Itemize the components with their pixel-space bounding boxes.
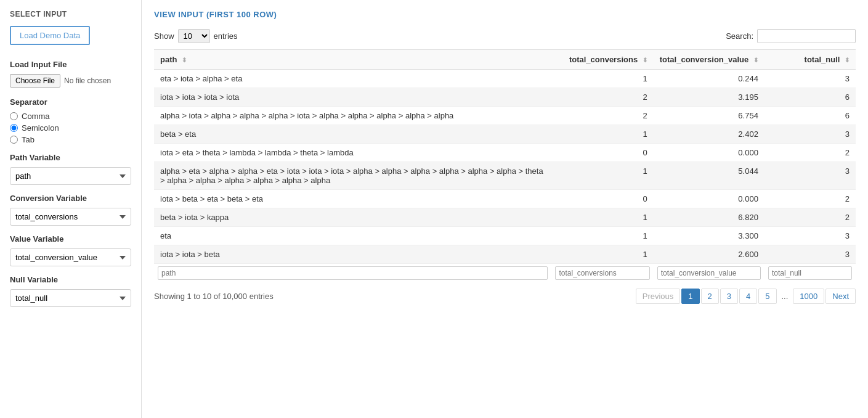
sort-icon-conversion-value: ⬍ [753, 57, 758, 64]
conversion-variable-select[interactable]: total_conversions [10, 208, 131, 226]
cell-path: eta [154, 227, 551, 245]
table-row: iota > iota > beta12.6003 [154, 245, 856, 264]
table-row: iota > beta > eta > beta > eta00.0002 [154, 190, 856, 208]
value-variable-select[interactable]: total_conversion_value [10, 248, 131, 266]
page-3-button[interactable]: 3 [720, 289, 738, 304]
load-demo-button[interactable]: Load Demo Data [10, 26, 90, 45]
cell-null: 3 [765, 125, 856, 144]
path-variable-select[interactable]: path [10, 167, 131, 185]
show-entries-row: Show 10 25 50 100 entries [154, 29, 238, 43]
path-variable-section: Path Variable path [10, 153, 131, 185]
page-1-button[interactable]: 1 [681, 289, 699, 304]
null-variable-section: Null Variable total_null [10, 275, 131, 307]
cell-path: beta > eta [154, 125, 551, 144]
sort-icon-conversions: ⬍ [643, 57, 647, 64]
page-ellipsis: ... [778, 289, 792, 303]
page-5-button[interactable]: 5 [758, 289, 776, 304]
page-1000-button[interactable]: 1000 [793, 289, 824, 304]
page-2-button[interactable]: 2 [701, 289, 719, 304]
col-total-null[interactable]: total_null ⬍ [765, 50, 856, 70]
separator-semicolon-row: Semicolon [10, 123, 131, 133]
filter-row [154, 264, 856, 283]
separator-tab-radio[interactable] [10, 136, 18, 144]
sort-icon-null: ⬍ [845, 57, 850, 64]
separator-tab-label: Tab [22, 135, 34, 144]
show-label: Show [154, 31, 174, 41]
cell-conversions: 2 [551, 88, 653, 107]
cell-null: 2 [765, 144, 856, 162]
entries-select[interactable]: 10 25 50 100 [178, 29, 210, 43]
cell-path: iota > iota > iota > iota [154, 88, 551, 107]
table-body: eta > iota > alpha > eta10.2443iota > io… [154, 70, 856, 264]
conversion-variable-section: Conversion Variable total_conversions [10, 194, 131, 226]
cell-conversions: 1 [551, 245, 653, 264]
table-row: iota > iota > iota > iota23.1956 [154, 88, 856, 107]
separator-comma-radio[interactable] [10, 112, 18, 120]
main-content: VIEW INPUT (FIRST 100 ROW) Show 10 25 50… [142, 0, 868, 418]
cell-conversion-value: 0.000 [654, 144, 765, 162]
cell-conversion-value: 0.244 [654, 70, 765, 88]
filter-conversions-input[interactable] [555, 266, 649, 280]
cell-null: 3 [765, 162, 856, 190]
col-total-conversion-value[interactable]: total_conversion_value ⬍ [654, 50, 765, 70]
cell-conversions: 1 [551, 208, 653, 227]
value-variable-section: Value Variable total_conversion_value [10, 234, 131, 266]
cell-path: alpha > iota > alpha > alpha > alpha > i… [154, 107, 551, 125]
sidebar: SELECT INPUT Load Demo Data Load Input F… [0, 0, 142, 418]
value-variable-label: Value Variable [10, 234, 131, 244]
table-row: beta > iota > kappa16.8202 [154, 208, 856, 227]
cell-conversion-value: 3.195 [654, 88, 765, 107]
null-variable-select[interactable]: total_null [10, 289, 131, 307]
table-row: iota > eta > theta > lambda > lambda > t… [154, 144, 856, 162]
filter-conversion-value-input[interactable] [657, 266, 761, 280]
page-4-button[interactable]: 4 [739, 289, 757, 304]
no-file-text: No file chosen [64, 76, 111, 85]
cell-conversions: 0 [551, 190, 653, 208]
separator-tab-row: Tab [10, 135, 131, 144]
path-variable-label: Path Variable [10, 153, 131, 162]
cell-conversion-value: 0.000 [654, 190, 765, 208]
file-input-row: Choose File No file chosen [10, 74, 131, 88]
search-input[interactable] [757, 29, 856, 43]
col-total-conversions[interactable]: total_conversions ⬍ [551, 50, 653, 70]
cell-null: 2 [765, 208, 856, 227]
separator-section: Separator Comma Semicolon Tab [10, 97, 131, 144]
cell-null: 6 [765, 88, 856, 107]
cell-conversion-value: 5.044 [654, 162, 765, 190]
main-title-text: VIEW INPUT [154, 10, 204, 19]
sort-icon-path: ⬍ [182, 57, 187, 64]
next-button[interactable]: Next [825, 289, 856, 304]
cell-conversions: 1 [551, 227, 653, 245]
main-title-sub: (FIRST 100 ROW) [206, 10, 277, 19]
cell-conversions: 1 [551, 70, 653, 88]
separator-semicolon-radio[interactable] [10, 124, 18, 132]
choose-file-button[interactable]: Choose File [10, 74, 60, 88]
pagination-controls: Previous 1 2 3 4 5 ... 1000 Next [636, 289, 856, 304]
cell-path: iota > iota > beta [154, 245, 551, 264]
cell-conversions: 2 [551, 107, 653, 125]
filter-null-input[interactable] [768, 266, 852, 280]
controls-row: Show 10 25 50 100 entries Search: [154, 29, 856, 43]
separator-label: Separator [10, 97, 131, 107]
col-path[interactable]: path ⬍ [154, 50, 551, 70]
cell-conversion-value: 2.402 [654, 125, 765, 144]
separator-semicolon-label: Semicolon [22, 123, 59, 133]
pagination-row: Showing 1 to 10 of 10,000 entries Previo… [154, 289, 856, 304]
conversion-variable-label: Conversion Variable [10, 194, 131, 203]
cell-conversion-value: 2.600 [654, 245, 765, 264]
search-label: Search: [726, 31, 753, 41]
sidebar-title: SELECT INPUT [10, 10, 131, 18]
cell-conversions: 0 [551, 144, 653, 162]
separator-comma-row: Comma [10, 112, 131, 121]
previous-button[interactable]: Previous [636, 289, 681, 304]
cell-null: 3 [765, 70, 856, 88]
table-row: eta > iota > alpha > eta10.2443 [154, 70, 856, 88]
filter-path-input[interactable] [158, 266, 548, 280]
showing-text: Showing 1 to 10 of 10,000 entries [154, 292, 274, 301]
cell-path: iota > beta > eta > beta > eta [154, 190, 551, 208]
cell-conversions: 1 [551, 162, 653, 190]
cell-conversion-value: 6.754 [654, 107, 765, 125]
cell-path: alpha > eta > alpha > alpha > eta > iota… [154, 162, 551, 190]
cell-null: 2 [765, 190, 856, 208]
cell-conversions: 1 [551, 125, 653, 144]
